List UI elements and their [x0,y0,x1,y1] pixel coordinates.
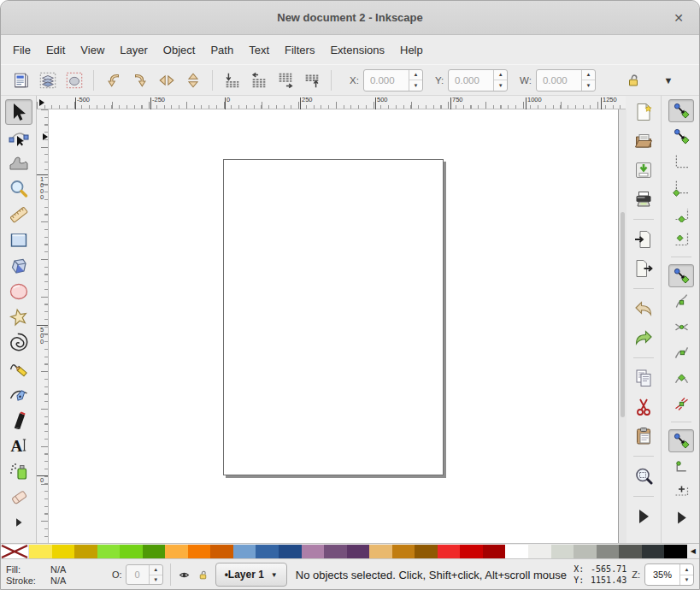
swatch-17[interactable] [415,545,438,558]
swatch-16[interactable] [392,545,415,558]
snap-smooth-nodes[interactable] [668,367,694,390]
palette-scroll-left-icon[interactable]: ◀ [687,544,699,559]
lock-ratio-toggle[interactable] [621,68,645,92]
print-document[interactable] [630,186,657,212]
eraser-tool[interactable] [5,484,32,510]
swatch-10[interactable] [256,545,279,558]
opacity-input[interactable] [126,565,149,584]
paste[interactable] [630,423,657,449]
toolbar-overflow-icon[interactable]: ▼ [657,75,679,86]
swatch-3[interactable] [97,545,121,558]
swatch-11[interactable] [279,545,302,558]
menu-layer[interactable]: Layer [112,39,156,61]
swatch-none[interactable] [1,545,29,558]
horizontal-ruler[interactable]: -500-250025050075010001250 [37,96,626,109]
rectangle-tool[interactable] [5,227,32,253]
snapbar-more[interactable] [668,506,694,529]
vertical-ruler[interactable]: 10005000 [37,109,49,543]
menu-path[interactable]: Path [203,39,241,61]
raise-to-top[interactable] [298,68,325,93]
swatch-27[interactable] [642,545,665,558]
commands-more[interactable] [630,504,657,529]
rotate-90-ccw[interactable] [100,68,126,93]
spin-up-icon[interactable]: ▲ [494,70,507,81]
snap-rotation-centers[interactable] [668,481,694,504]
spiral-tool[interactable] [5,330,32,356]
opacity-spin-down-icon[interactable]: ▼ [150,575,162,585]
calligraphy-tool[interactable] [5,407,32,433]
import-bitmap[interactable] [630,227,657,252]
swatch-5[interactable] [143,545,166,558]
undo[interactable] [630,296,657,322]
lower-to-bottom[interactable] [219,68,245,93]
zoom-spin-down-icon[interactable]: ▼ [680,575,693,586]
copy[interactable] [630,365,657,391]
zoom-to-fit-drawing[interactable] [630,463,657,489]
swatch-9[interactable] [233,545,256,558]
layer-visibility-icon[interactable] [178,568,191,581]
swatch-0[interactable] [29,545,52,558]
snap-others[interactable] [668,429,694,452]
tweak-tool[interactable] [5,150,32,176]
spin-down-icon[interactable]: ▼ [494,80,507,91]
vertical-scrollbar-thumb[interactable] [621,212,625,417]
save-document[interactable] [630,157,657,183]
swatch-24[interactable] [574,545,597,558]
snap-path-intersections[interactable] [668,316,694,339]
menu-edit[interactable]: Edit [38,39,73,61]
swatch-22[interactable] [528,545,551,558]
field-input[interactable] [449,70,493,91]
snap-nodes-paths[interactable] [668,264,694,287]
swatch-14[interactable] [347,545,370,558]
flip-vertical[interactable] [179,68,206,93]
swatch-4[interactable] [120,545,143,558]
zoom-tool[interactable] [5,176,32,202]
measure-tool[interactable] [5,202,32,227]
swatch-23[interactable] [551,545,574,558]
rotate-90-cw[interactable] [126,68,153,93]
menu-text[interactable]: Text [241,39,277,61]
vertical-scrollbar[interactable] [618,109,626,543]
snap-object-centers[interactable] [668,455,694,478]
swatch-12[interactable] [302,545,325,558]
snap-bounding-boxes[interactable] [668,125,694,148]
raise-one-step[interactable] [272,68,298,93]
titlebar[interactable]: New document 2 - Inkscape ✕ [1,1,699,35]
select-all-in-all-layers[interactable] [34,68,61,93]
flip-horizontal[interactable] [153,68,179,93]
swatch-25[interactable] [597,545,620,558]
layer-lock-open-icon[interactable] [197,568,210,581]
menu-view[interactable]: View [73,39,112,61]
zoom-input[interactable] [645,564,679,585]
box-3d-tool[interactable] [5,253,32,279]
swatch-2[interactable] [74,545,97,558]
spray-tool[interactable] [5,458,32,484]
fill-stroke-indicator[interactable]: Fill: N/A Stroke: N/A [6,564,109,586]
new-document[interactable] [630,99,657,125]
node-tool[interactable] [5,125,32,150]
field-input[interactable] [364,70,409,91]
canvas[interactable] [49,109,618,543]
ellipse-tool[interactable] [5,279,32,304]
deselect[interactable] [61,68,87,93]
spin-up-icon[interactable]: ▲ [409,70,422,81]
selector-tool[interactable] [5,99,32,125]
menu-extensions[interactable]: Extensions [322,39,392,61]
cut[interactable] [630,394,657,420]
menu-filters[interactable]: Filters [277,39,322,61]
lower-one-step[interactable] [245,68,272,93]
pencil-tool[interactable] [5,356,32,381]
enable-snapping[interactable] [668,99,694,122]
close-button[interactable]: ✕ [674,1,684,35]
swatch-13[interactable] [324,545,347,558]
opacity-spin-up-icon[interactable]: ▲ [150,565,162,575]
layer-selector[interactable]: • Layer 1 ▼ [215,563,287,587]
swatch-19[interactable] [460,545,483,558]
open-document[interactable] [630,128,657,154]
snap-bbox-corners[interactable] [668,176,694,199]
menu-file[interactable]: File [5,39,38,61]
swatch-20[interactable] [483,545,506,558]
swatch-18[interactable] [438,545,461,558]
swatch-15[interactable] [369,545,392,558]
spin-down-icon[interactable]: ▼ [409,80,422,91]
